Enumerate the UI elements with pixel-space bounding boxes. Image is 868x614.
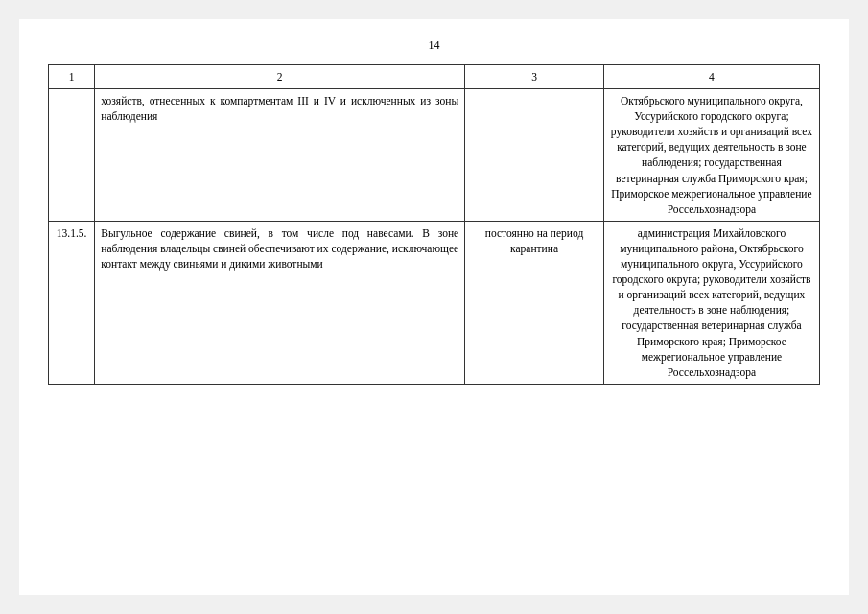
row-col4-1: администрация Михайловского муниципально… bbox=[603, 221, 819, 384]
row-col3-0 bbox=[465, 89, 604, 222]
row-col2-1: Выгульное содержание свиней, в том числе… bbox=[95, 221, 465, 384]
header-col4: 4 bbox=[603, 65, 819, 89]
header-col1: 1 bbox=[49, 65, 95, 89]
row-id-1: 13.1.5. bbox=[49, 221, 95, 384]
row-id-0 bbox=[49, 89, 95, 222]
table-row: хозяйств, отнесенных к компартментам III… bbox=[49, 89, 820, 222]
table-header-row: 1 2 3 4 bbox=[49, 65, 820, 89]
main-table: 1 2 3 4 хозяйств, отнесенных к компартме… bbox=[48, 64, 820, 385]
page-number: 14 bbox=[48, 38, 820, 53]
row-col2-0: хозяйств, отнесенных к компартментам III… bbox=[95, 89, 465, 222]
header-col2: 2 bbox=[95, 65, 465, 89]
table-row: 13.1.5. Выгульное содержание свиней, в т… bbox=[49, 221, 820, 384]
page: 14 1 2 3 4 хозяйств, отнесенных к компар… bbox=[19, 19, 849, 595]
header-col3: 3 bbox=[465, 65, 604, 89]
row-col4-0: Октябрьского муниципального округа, Уссу… bbox=[603, 89, 819, 222]
row-col3-1: постоянно на период карантина bbox=[465, 221, 604, 384]
